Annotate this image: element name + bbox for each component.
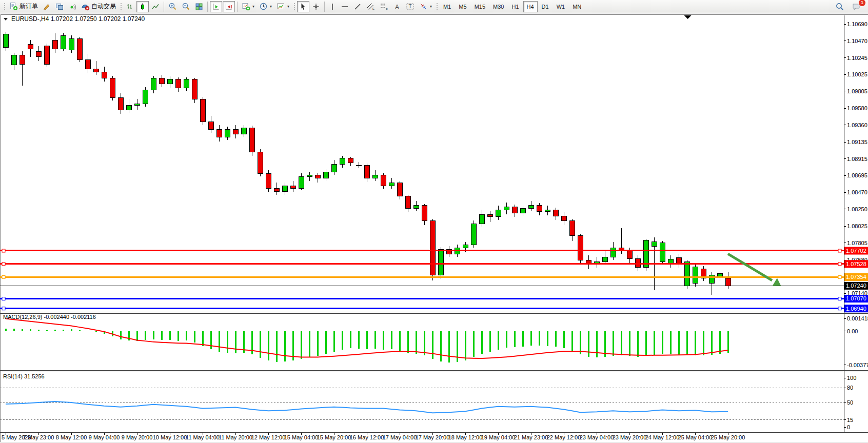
candle-body: [430, 220, 435, 275]
candle-body: [241, 128, 246, 134]
candle-body: [397, 183, 402, 196]
price-tick-label: 1.10690: [847, 21, 867, 27]
chart-canvas[interactable]: 1.106901.104701.102451.100251.098051.095…: [0, 13, 868, 443]
timeframe-M30-button[interactable]: M30: [489, 1, 507, 12]
candle-body: [381, 175, 386, 186]
timeframe-M15-button[interactable]: M15: [471, 1, 489, 12]
candle-body: [545, 210, 550, 211]
periods-button[interactable]: ▾: [257, 1, 274, 12]
toolbar-separator: [237, 2, 238, 12]
line-chart-button[interactable]: [149, 1, 162, 12]
tile-windows-button[interactable]: [193, 1, 205, 12]
timeframe-H4-button[interactable]: H4: [523, 1, 538, 12]
mt4-window: 新订单 自动交易: [0, 0, 868, 443]
text-label-icon: T: [406, 2, 415, 11]
candle-body: [290, 186, 295, 189]
equidistant-channel-button[interactable]: E: [364, 1, 377, 12]
time-tick-label: 17 May 20:00: [416, 434, 450, 440]
price-tick-label: 1.08915: [847, 156, 867, 162]
candle-body: [413, 206, 419, 209]
candle-body: [684, 261, 689, 286]
chart-shift-button[interactable]: [223, 1, 235, 12]
candlestick-chart-button[interactable]: [136, 1, 149, 12]
candle-body: [725, 278, 731, 286]
indicators-button[interactable]: ▾: [240, 1, 257, 12]
price-tick-label: 1.10470: [847, 38, 867, 44]
indicators-icon: [242, 2, 250, 11]
timeframe-D1-button[interactable]: D1: [538, 1, 553, 12]
price-label: 1.06940: [846, 306, 866, 312]
svg-text:T: T: [409, 4, 412, 9]
cursor-icon: [299, 3, 307, 11]
autotrading-button[interactable]: 自动交易: [79, 1, 118, 12]
line-handle-right[interactable]: [838, 297, 841, 300]
vertical-line-button[interactable]: [327, 1, 338, 12]
timeframe-W1-button[interactable]: W1: [553, 1, 569, 12]
candle-body: [356, 165, 361, 166]
toolbar-grip[interactable]: [293, 2, 295, 11]
sounds-button[interactable]: [66, 1, 78, 12]
timeframe-M5-button[interactable]: M5: [455, 1, 470, 12]
time-tick-label: 12 May 12:00: [251, 434, 286, 440]
trendline-button[interactable]: [351, 1, 364, 12]
price-tick-label: 1.08470: [847, 189, 867, 195]
candle-body: [258, 152, 263, 173]
toolbar-grip[interactable]: [3, 2, 6, 11]
candle-body: [512, 207, 517, 213]
macd-tick-label: 0.001418: [847, 315, 868, 321]
arrows-button[interactable]: ▾: [417, 1, 434, 12]
timeframe-MN-button[interactable]: MN: [569, 1, 585, 12]
templates-button[interactable]: ▾: [274, 1, 291, 12]
auto-scroll-icon: [212, 3, 220, 11]
candle-body: [693, 267, 698, 284]
line-handle-right[interactable]: [838, 275, 841, 278]
line-handle-left[interactable]: [2, 275, 5, 278]
line-handle-left[interactable]: [2, 297, 5, 300]
cursor-button[interactable]: [297, 1, 309, 12]
auto-scroll-button[interactable]: [210, 1, 222, 12]
profiles-button[interactable]: [53, 1, 66, 12]
horizontal-line-button[interactable]: [339, 1, 351, 12]
styler-button[interactable]: [41, 1, 53, 12]
timeframe-M1-button[interactable]: M1: [440, 1, 455, 12]
candle-body: [208, 122, 213, 130]
search-button[interactable]: [833, 1, 846, 12]
crayon-icon: [43, 3, 51, 11]
line-handle-right[interactable]: [838, 249, 841, 252]
toolbar-grip[interactable]: [436, 2, 438, 11]
time-tick-label: 23 May 20:00: [613, 434, 647, 440]
new-order-button[interactable]: 新订单: [7, 1, 40, 12]
bar-chart-button[interactable]: [124, 1, 136, 12]
window-border-top: [0, 14, 868, 15]
time-axis[interactable]: 5 May 20237 May 23:008 May 12:009 May 04…: [2, 433, 745, 440]
time-tick-label: 8 May 12:00: [56, 434, 87, 440]
candle-body: [110, 78, 115, 97]
time-tick-label: 24 May 12:00: [645, 434, 680, 440]
time-tick-label: 19 May 04:00: [481, 434, 516, 440]
candle-body: [282, 186, 287, 192]
crosshair-button[interactable]: [310, 1, 322, 12]
fibonacci-button[interactable]: F: [378, 1, 390, 12]
candle-body: [134, 104, 140, 105]
line-handle-left[interactable]: [2, 263, 5, 266]
candle-body: [405, 196, 410, 209]
time-tick-label: 21 May 23:00: [514, 434, 548, 440]
line-handle-right[interactable]: [838, 263, 841, 266]
line-handle-left[interactable]: [2, 307, 5, 310]
zoom-out-button[interactable]: [180, 1, 192, 12]
notifications-button[interactable]: 1: [850, 1, 863, 12]
text-label-button[interactable]: T: [404, 1, 417, 12]
price-label: 1.07240: [846, 283, 866, 289]
candle-body: [331, 165, 337, 172]
price-tick-label: 1.07805: [847, 240, 867, 246]
candle-body: [340, 158, 345, 165]
candle-body: [496, 210, 501, 216]
candle-body: [225, 130, 230, 137]
toolbar-grip[interactable]: [120, 2, 122, 11]
timeframe-H1-button[interactable]: H1: [508, 1, 522, 12]
zoom-in-button[interactable]: [166, 1, 179, 12]
candle-body: [200, 99, 205, 122]
line-handle-left[interactable]: [2, 249, 5, 252]
line-handle-right[interactable]: [838, 307, 841, 310]
text-button[interactable]: A: [391, 1, 403, 12]
